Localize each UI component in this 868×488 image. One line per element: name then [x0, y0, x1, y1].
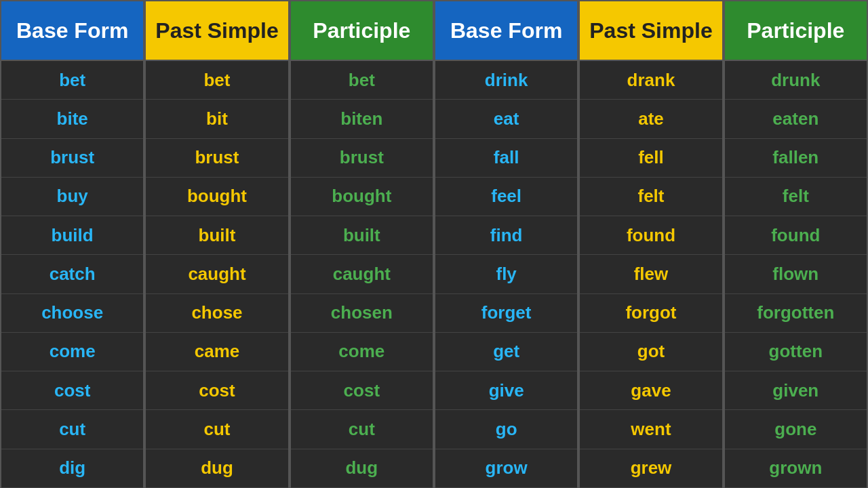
list-item: bought [146, 178, 288, 216]
header-base-form-left: Base Form [0, 0, 144, 61]
list-item: gotten [725, 333, 867, 371]
list-item: choose [1, 294, 143, 333]
list-item: fly [435, 255, 577, 293]
list-item: brust [146, 139, 288, 178]
list-item: given [725, 371, 867, 410]
list-item: give [435, 371, 577, 410]
list-item: eaten [725, 100, 867, 138]
list-item: came [146, 333, 288, 371]
header-participle-left: Participle [290, 0, 434, 61]
list-item: brust [291, 139, 433, 178]
list-item: bet [291, 61, 433, 100]
list-item: bit [146, 100, 288, 138]
list-item: go [435, 410, 577, 449]
col-left-participle: betbitenbrustboughtbuiltcaughtchosencome… [290, 61, 434, 488]
list-item: went [580, 410, 722, 449]
list-item: built [146, 216, 288, 255]
list-item: fallen [725, 139, 867, 178]
list-item: caught [291, 255, 433, 293]
list-item: bite [1, 100, 143, 138]
list-item: grow [435, 449, 577, 488]
list-item: cut [146, 410, 288, 449]
list-item: grew [580, 449, 722, 488]
list-item: forgotten [725, 294, 867, 333]
list-item: drunk [725, 61, 867, 100]
list-item: drink [435, 61, 577, 100]
list-item: gone [725, 410, 867, 449]
list-item: biten [291, 100, 433, 138]
list-item: felt [725, 178, 867, 216]
list-item: forget [435, 294, 577, 333]
col-right-past: drankatefellfeltfoundflewforgotgotgavewe… [578, 61, 723, 488]
list-item: dug [146, 449, 288, 488]
list-item: cut [291, 410, 433, 449]
list-item: come [291, 333, 433, 371]
list-item: build [1, 216, 143, 255]
list-item: gave [580, 371, 722, 410]
list-item: cost [291, 371, 433, 410]
list-item: got [580, 333, 722, 371]
list-item: grown [725, 449, 867, 488]
list-item: caught [146, 255, 288, 293]
list-item: buy [1, 178, 143, 216]
list-item: bought [291, 178, 433, 216]
list-item: chosen [291, 294, 433, 333]
list-item: flew [580, 255, 722, 293]
header-row: Base Form Past Simple Participle Base Fo… [0, 0, 868, 61]
list-item: built [291, 216, 433, 255]
list-item: bet [1, 61, 143, 100]
list-item: brust [1, 139, 143, 178]
list-item: found [725, 216, 867, 255]
list-item: drank [580, 61, 722, 100]
header-past-simple-right: Past Simple [578, 0, 723, 61]
list-item: find [435, 216, 577, 255]
col-right-base: drinkeatfallfeelfindflyforgetgetgivegogr… [434, 61, 578, 488]
list-item: cost [146, 371, 288, 410]
list-item: ate [580, 100, 722, 138]
list-item: forgot [580, 294, 722, 333]
col-left-base: betbitebrustbuybuildcatchchoosecomecostc… [0, 61, 144, 488]
list-item: catch [1, 255, 143, 293]
list-item: chose [146, 294, 288, 333]
body-row: betbitebrustbuybuildcatchchoosecomecostc… [0, 61, 868, 488]
col-left-past: betbitbrustboughtbuiltcaughtchosecamecos… [144, 61, 289, 488]
header-base-form-right: Base Form [434, 0, 578, 61]
list-item: flown [725, 255, 867, 293]
list-item: fell [580, 139, 722, 178]
list-item: cut [1, 410, 143, 449]
list-item: feel [435, 178, 577, 216]
list-item: bet [146, 61, 288, 100]
header-participle-right: Participle [724, 0, 868, 61]
list-item: get [435, 333, 577, 371]
col-right-participle: drunkeatenfallenfeltfoundflownforgotteng… [724, 61, 868, 488]
list-item: eat [435, 100, 577, 138]
list-item: felt [580, 178, 722, 216]
list-item: dug [291, 449, 433, 488]
list-item: dig [1, 449, 143, 488]
list-item: come [1, 333, 143, 371]
header-past-simple-left: Past Simple [144, 0, 289, 61]
list-item: fall [435, 139, 577, 178]
list-item: cost [1, 371, 143, 410]
list-item: found [580, 216, 722, 255]
verb-table: Base Form Past Simple Participle Base Fo… [0, 0, 868, 488]
